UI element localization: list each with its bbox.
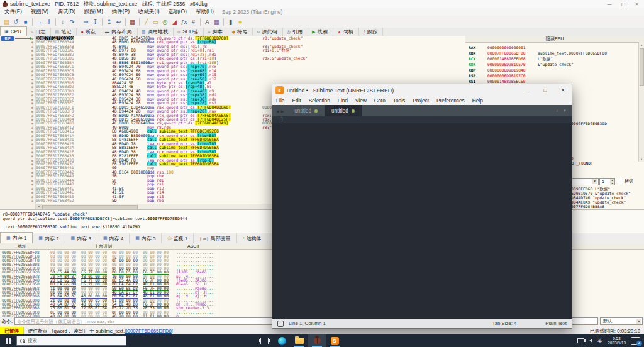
run-icon[interactable]: → bbox=[35, 17, 44, 26]
scroll-up-icon[interactable]: ▴ bbox=[639, 42, 644, 47]
view-tab-源代码[interactable]: ‹›源代码 bbox=[253, 28, 282, 36]
close-icon[interactable]: ✕ bbox=[554, 84, 572, 96]
registers-header[interactable]: 隐藏FPU bbox=[465, 36, 644, 43]
x64dbg-taskbar-button[interactable] bbox=[308, 334, 326, 347]
unlock-checkbox[interactable] bbox=[618, 179, 623, 184]
x64dbg-menu-item[interactable]: 视图(V) bbox=[26, 8, 53, 16]
sublime-menu-item[interactable]: Project bbox=[409, 97, 433, 104]
sublime-taskbar-button[interactable]: S bbox=[326, 334, 343, 347]
x64dbg-menu-item[interactable]: 选项(O) bbox=[164, 8, 191, 16]
view-tab-引用[interactable]: ◎引用 bbox=[283, 28, 308, 36]
sublime-menu-item[interactable]: View bbox=[352, 97, 370, 104]
sublime-menu-item[interactable]: Goto bbox=[370, 97, 389, 104]
sublime-menu-item[interactable]: Selection bbox=[305, 97, 334, 104]
dump-tab-内存 1[interactable]: ▦内存 1 bbox=[0, 232, 33, 243]
scroll-thumb[interactable] bbox=[640, 48, 644, 86]
view-tab-跟踪[interactable]: ƒ跟踪 bbox=[359, 28, 383, 36]
overflow-menu-icon[interactable]: ▼ bbox=[563, 109, 567, 113]
execute-till-return-icon[interactable]: ↥ bbox=[104, 17, 114, 26]
sublime-menu-item[interactable]: Preferences bbox=[433, 97, 469, 104]
patch-icon[interactable]: ╱ bbox=[142, 17, 151, 26]
file-explorer-button[interactable] bbox=[291, 334, 308, 347]
step-over-icon[interactable]: ↷ bbox=[67, 17, 77, 26]
fx-icon[interactable]: ƒx bbox=[179, 17, 189, 26]
view-tab-日志[interactable]: ≡日志 bbox=[27, 28, 51, 36]
compass-icon[interactable]: ◎ bbox=[160, 17, 170, 26]
pause-icon[interactable]: ‖ bbox=[44, 17, 53, 26]
sublime-titlebar[interactable]: s untitled • - Sublime Text (UNREGISTERE… bbox=[272, 84, 572, 96]
sublime-editor[interactable]: 1 bbox=[272, 116, 572, 319]
breakpoint-address-link[interactable]: 00007FF6D865DFD8 bbox=[125, 328, 172, 334]
script-language-select[interactable]: 默认▼ bbox=[600, 317, 643, 325]
view-tab-SEH链[interactable]: ∞SEH链 bbox=[174, 28, 204, 36]
dump-tab-结构体[interactable]: *结构体 bbox=[237, 233, 268, 243]
close-icon[interactable]: ✕ bbox=[630, 2, 644, 7]
vintage-mode-icon[interactable] bbox=[277, 321, 284, 327]
x64dbg-menu-item[interactable]: 插件(P) bbox=[108, 8, 134, 16]
register-value[interactable]: 00000006D9B19570 bbox=[487, 62, 526, 67]
step-into-icon[interactable]: ↓ bbox=[58, 17, 67, 26]
register-value[interactable]: 00000006D9B197C0 bbox=[487, 74, 526, 78]
editor-tab[interactable]: untitled bbox=[287, 105, 325, 116]
view-tab-笔记[interactable]: ▤笔记 bbox=[51, 28, 77, 36]
sublime-menu-item[interactable]: Edit bbox=[288, 97, 304, 104]
x64dbg-menu-item[interactable]: 文件(F) bbox=[0, 8, 26, 16]
view-tab-调用堆栈[interactable]: ▥调用堆栈 bbox=[138, 28, 174, 36]
start-button[interactable] bbox=[0, 334, 16, 347]
task-view-button[interactable] bbox=[255, 334, 273, 347]
memory-icon[interactable]: ▮ bbox=[226, 17, 235, 26]
restart-icon[interactable]: ↺ bbox=[11, 17, 21, 26]
animate-into-icon[interactable]: ⇒ bbox=[81, 17, 91, 26]
x64dbg-menu-item[interactable]: 调试(D) bbox=[53, 8, 80, 16]
edge-button[interactable] bbox=[273, 334, 291, 347]
spinner-icons[interactable]: ▴▾ bbox=[610, 179, 614, 185]
sublime-menu-item[interactable]: File bbox=[272, 97, 288, 104]
register-value[interactable]: 00000006D9B19840 bbox=[487, 68, 526, 72]
database-icon[interactable]: ▭ bbox=[151, 17, 160, 26]
scroll-down-icon[interactable]: ▾ bbox=[639, 157, 644, 162]
clock[interactable]: 0:522023/9/13 bbox=[608, 336, 626, 346]
register-value[interactable]: 00007FF6D865DF00 bbox=[487, 51, 526, 55]
minimize-icon[interactable]: — bbox=[519, 84, 536, 96]
view-tab-线程[interactable]: ▶线程 bbox=[308, 28, 333, 36]
help-icon[interactable]: ● bbox=[235, 17, 245, 26]
view-tab-句柄[interactable]: ▲句柄 bbox=[333, 28, 359, 36]
dump-tab-内存 5[interactable]: ▦内存 5 bbox=[130, 233, 162, 243]
maximize-icon[interactable]: ▢ bbox=[616, 2, 630, 7]
register-value[interactable]: 0000014889BEED68 bbox=[487, 57, 526, 61]
taskbar-search-input[interactable]: 搜索 bbox=[16, 336, 126, 346]
editor-tab[interactable]: untitled bbox=[325, 105, 362, 116]
scroll-thumb[interactable] bbox=[42, 205, 138, 209]
dump-tab-内存 4[interactable]: ▦内存 4 bbox=[97, 233, 130, 243]
dump-tab-监视 1[interactable]: ◎监视 1 bbox=[162, 233, 194, 243]
network-icon[interactable] bbox=[577, 338, 584, 343]
notification-center-icon[interactable]: 4 bbox=[631, 337, 640, 345]
new-tab-icon[interactable]: + bbox=[555, 108, 558, 114]
sublime-menu-item[interactable]: Tools bbox=[389, 97, 409, 104]
volume-icon[interactable] bbox=[589, 339, 592, 343]
x64dbg-menu-item[interactable]: 跟踪(M) bbox=[80, 8, 108, 16]
step-down-icon[interactable]: ↧ bbox=[91, 17, 100, 26]
register-value[interactable]: 0000000000000001 bbox=[487, 45, 526, 50]
view-tab-脚本[interactable]: ≡脚本 bbox=[204, 28, 228, 36]
registers-vscrollbar[interactable]: ▴ ▾ bbox=[638, 42, 644, 162]
skip-back-icon[interactable]: ↩ bbox=[114, 17, 123, 26]
open-file-icon[interactable]: ▤ bbox=[2, 17, 11, 26]
ime-indicator[interactable]: 英 bbox=[597, 338, 602, 344]
tab-nav-arrows[interactable]: ◀▶ bbox=[272, 105, 287, 116]
x64dbg-titlebar[interactable]: sublime_text.exe - PID: 7612 - 模块: subli… bbox=[0, 0, 644, 9]
highlight-icon[interactable]: ◢ bbox=[170, 17, 179, 26]
syntax-indicator[interactable]: Plain Text bbox=[545, 321, 567, 326]
x64dbg-menu-item[interactable]: 收藏夹(I) bbox=[134, 8, 164, 16]
sublime-menu-item[interactable]: Help bbox=[469, 97, 487, 104]
view-tab-内存布局[interactable]: ▬内存布局 bbox=[101, 28, 138, 36]
view-tab-符号[interactable]: ◆符号 bbox=[228, 28, 253, 36]
minimize-icon[interactable]: — bbox=[602, 2, 616, 7]
dump-tab-内存 2[interactable]: ▦内存 2 bbox=[33, 233, 65, 243]
tab-size-indicator[interactable]: Tab Size: 4 bbox=[492, 321, 517, 326]
preferences-icon[interactable]: ▦ bbox=[212, 17, 221, 26]
maximize-icon[interactable]: □ bbox=[536, 84, 554, 96]
dump-tab-局部变量[interactable]: [x=]局部变量 bbox=[194, 233, 236, 243]
view-tab-断点[interactable]: ●断点 bbox=[77, 28, 101, 36]
sublime-menu-item[interactable]: Find bbox=[334, 97, 352, 104]
